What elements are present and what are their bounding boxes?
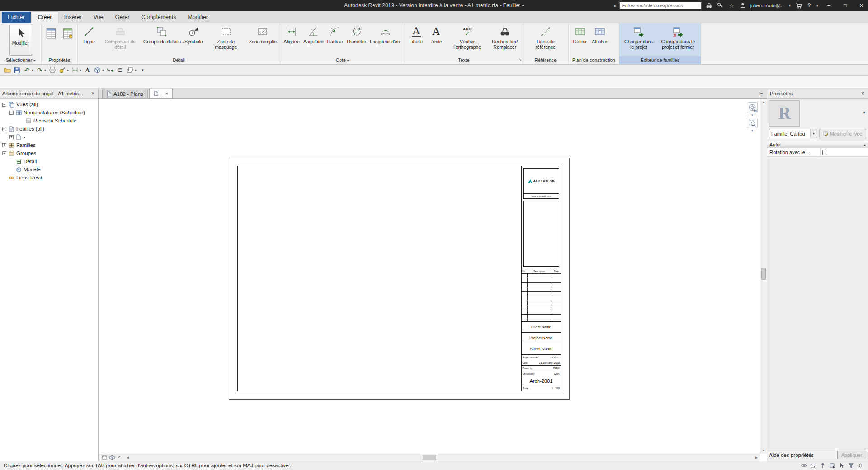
favorites-star-icon[interactable]: ☆ <box>727 1 736 9</box>
collapse-icon[interactable]: − <box>2 103 6 107</box>
visual-style-icon[interactable] <box>109 455 115 461</box>
libelle-button[interactable]: A Libellé <box>406 24 426 56</box>
family-types-button[interactable] <box>60 25 76 42</box>
tab-creer[interactable]: Créer <box>32 11 58 23</box>
zone-masquage-button[interactable]: Zone de masquage <box>205 24 247 56</box>
app-store-cart-icon[interactable] <box>795 1 803 9</box>
panel-label-selectionner[interactable]: Sélectionner▾ <box>0 56 41 64</box>
property-value-cell[interactable] <box>821 148 868 156</box>
preview-caret-icon[interactable]: ▾ <box>862 100 866 115</box>
minimize-button[interactable]: – <box>822 0 835 11</box>
tree-item-groupes[interactable]: − Groupes <box>0 149 98 157</box>
help-search-input[interactable] <box>619 2 702 9</box>
properties-close-icon[interactable]: × <box>860 90 865 97</box>
user-avatar-icon[interactable] <box>739 1 747 9</box>
dimension-caret-icon[interactable]: ▾ <box>80 68 81 72</box>
view-caret-icon[interactable]: ▾ <box>102 68 104 72</box>
print-button[interactable] <box>48 66 57 75</box>
expand-icon[interactable]: + <box>9 135 14 139</box>
panel-label-reference[interactable]: Référence <box>523 56 568 64</box>
horizontal-scroll-thumb[interactable] <box>423 455 436 460</box>
undo-caret-icon[interactable]: ▾ <box>32 68 33 72</box>
section-autre[interactable]: Autre ▴ <box>767 141 868 148</box>
modifier-button[interactable]: Modifier <box>9 25 32 56</box>
sign-in-icon[interactable] <box>716 1 724 9</box>
search-expand-icon[interactable]: ▸ <box>614 3 616 8</box>
tree-item-sheet-dash[interactable]: + - <box>0 133 98 141</box>
zoom-caret-icon[interactable]: ▾ <box>751 129 753 132</box>
drag-on-selection-icon[interactable] <box>839 462 845 469</box>
texte-dialog-launcher-icon[interactable]: ↘ <box>519 56 522 63</box>
detail-level-icon[interactable] <box>101 455 107 461</box>
edit-type-button[interactable]: Modifier le type <box>819 129 866 138</box>
text-button[interactable]: A <box>83 66 92 75</box>
tree-item-familles[interactable]: + Familles <box>0 141 98 149</box>
scroll-down-icon[interactable]: ▼ <box>760 447 767 454</box>
expand-icon[interactable]: + <box>2 143 6 147</box>
measure-caret-icon[interactable]: ▾ <box>67 68 69 72</box>
texte-button[interactable]: A Texte <box>426 24 446 56</box>
thin-lines-button[interactable]: ≣ <box>116 66 124 75</box>
charger-projet-button[interactable]: Charger dans le projet <box>621 24 657 56</box>
scroll-right-icon[interactable]: ▶ <box>753 454 760 461</box>
redo-caret-icon[interactable]: ▾ <box>44 68 46 72</box>
filter-icon[interactable] <box>848 462 854 469</box>
switch-windows-caret-icon[interactable]: ▾ <box>135 68 137 72</box>
wheel-caret-icon[interactable]: ▾ <box>751 113 753 117</box>
apply-button[interactable]: Appliquer <box>837 451 866 459</box>
customize-qat-button[interactable]: ▾ <box>138 66 147 75</box>
select-pinned-icon[interactable] <box>820 462 826 469</box>
open-button[interactable] <box>3 66 11 75</box>
alignee-button[interactable]: Alignée <box>282 24 302 56</box>
panel-label-proprietes[interactable]: Propriétés <box>42 56 77 64</box>
definir-button[interactable]: Définir <box>570 24 590 56</box>
title-block[interactable]: AUTODESK www.autodesk.com No. Descriptio… <box>521 166 561 391</box>
type-selector-dropdown[interactable]: Famille: Cartou ▾ <box>769 129 817 138</box>
account-caret-icon[interactable]: ▾ <box>788 1 792 9</box>
drawing-canvas[interactable]: AUTODESK www.autodesk.com No. Descriptio… <box>99 99 767 461</box>
zone-remplie-button[interactable]: Zone remplie <box>247 24 278 56</box>
panel-label-texte[interactable]: Texte↘ <box>405 56 523 64</box>
properties-palette-button[interactable] <box>43 25 59 42</box>
tab-modifier[interactable]: Modifier <box>182 12 214 23</box>
help-icon[interactable]: ? <box>806 1 812 9</box>
help-caret-icon[interactable]: ▾ <box>816 1 819 9</box>
close-tab-icon[interactable]: × <box>165 91 168 96</box>
angulaire-button[interactable]: Angulaire <box>302 24 325 56</box>
ligne-reference-button[interactable]: Ligne de référence <box>524 24 567 56</box>
scroll-left-icon[interactable]: ◀ <box>124 454 131 461</box>
panel-label-editeur-familles[interactable]: Éditeur de familles <box>619 56 701 64</box>
rechercher-remplacer-button[interactable]: Rechercher/Remplacer <box>489 24 521 56</box>
afficher-button[interactable]: Afficher <box>590 24 610 56</box>
verifier-orthographe-button[interactable]: ABC ✓ Vérifier l'orthographe <box>446 24 489 56</box>
collapse-icon[interactable]: − <box>9 111 14 115</box>
measure-button[interactable] <box>58 66 66 75</box>
ligne-button[interactable]: Ligne <box>79 24 99 56</box>
groupe-details-button[interactable]: Groupe de détails▾ <box>142 24 183 56</box>
aligned-dimension-button[interactable] <box>71 66 79 75</box>
view-tab-a102-plans[interactable]: A102 - Plans <box>102 89 148 98</box>
panel-label-plan-construction[interactable]: Plan de construction <box>569 56 619 64</box>
longueur-arc-button[interactable]: Longueur d'arc <box>368 24 403 56</box>
view-tab-current[interactable]: - × <box>149 89 173 98</box>
scroll-up-icon[interactable]: ▲ <box>760 99 767 105</box>
section-collapse-icon[interactable]: ▴ <box>864 143 866 147</box>
close-button[interactable]: × <box>855 0 868 11</box>
tree-item-vues[interactable]: − Vues (all) <box>0 100 98 108</box>
rotation-checkbox[interactable] <box>822 150 827 155</box>
project-browser-header[interactable]: Arborescence du projet - A1 metric... × <box>0 89 98 99</box>
switch-windows-button[interactable] <box>126 66 134 75</box>
properties-header[interactable]: Propriétés × <box>767 89 868 99</box>
tab-vue[interactable]: Vue <box>88 12 109 23</box>
panel-label-cote[interactable]: Cote▾ <box>280 56 405 64</box>
search-binoculars-icon[interactable] <box>705 1 713 9</box>
radiale-button[interactable]: Radiale <box>325 24 345 56</box>
tree-item-revision-schedule[interactable]: Revision Schedule <box>0 117 98 125</box>
redo-button[interactable]: ↷ <box>35 66 44 75</box>
save-button[interactable] <box>13 66 21 75</box>
select-links-icon[interactable] <box>801 462 807 469</box>
tab-gerer[interactable]: Gérer <box>109 12 135 23</box>
tab-fichier[interactable]: Fichier <box>2 12 31 23</box>
collapse-icon[interactable]: − <box>2 151 6 155</box>
default-3d-view-button[interactable] <box>93 66 102 75</box>
